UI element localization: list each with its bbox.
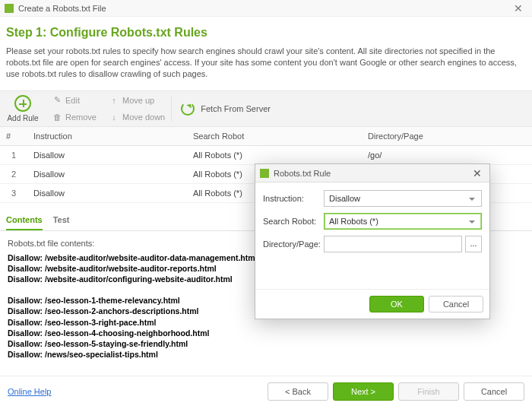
- search-robot-select[interactable]: All Robots (*): [324, 213, 482, 230]
- finish-button: Finish: [398, 382, 459, 401]
- dialog-titlebar: Robots.txt Rule ✕: [255, 164, 489, 182]
- fetch-from-server-button[interactable]: Fetch From Server: [172, 91, 280, 126]
- plus-icon: [14, 95, 31, 112]
- col-num[interactable]: #: [0, 127, 27, 146]
- dialog-title: Robots.txt Rule: [274, 169, 470, 178]
- step-header: Step 1: Configure Robots.txt Rules Pleas…: [0, 17, 532, 84]
- tab-contents[interactable]: Contents: [6, 211, 43, 230]
- instruction-select[interactable]: Disallow: [324, 190, 482, 207]
- directory-label: Directory/Page:: [263, 239, 324, 249]
- toolbar: Add Rule ✎Edit 🗑Remove ↑Move up ↓Move do…: [0, 90, 532, 127]
- footer: Online Help < Back Next > Finish Cancel: [0, 376, 532, 406]
- dialog-close-button[interactable]: ✕: [470, 167, 485, 179]
- move-down-button[interactable]: ↓Move down: [109, 109, 165, 125]
- move-up-button[interactable]: ↑Move up: [109, 92, 165, 109]
- step-heading: Step 1: Configure Robots.txt Rules: [6, 26, 526, 40]
- dialog-cancel-button[interactable]: Cancel: [429, 296, 483, 312]
- step-description: Please set your robots.txt rules to spec…: [6, 46, 526, 80]
- next-button[interactable]: Next >: [333, 382, 394, 401]
- edit-button[interactable]: ✎Edit: [52, 92, 97, 109]
- table-row[interactable]: 1 Disallow All Robots (*) /go/: [0, 145, 532, 164]
- dialog-ok-button[interactable]: OK: [369, 296, 424, 312]
- arrow-down-icon: ↓: [109, 113, 119, 122]
- col-robot[interactable]: Search Robot: [187, 127, 362, 146]
- tab-test[interactable]: Test: [53, 211, 70, 230]
- col-directory[interactable]: Directory/Page: [362, 127, 532, 146]
- online-help-link[interactable]: Online Help: [8, 387, 51, 396]
- rule-dialog: Robots.txt Rule ✕ Instruction: Disallow …: [255, 163, 490, 319]
- trash-icon: 🗑: [52, 113, 62, 122]
- add-rule-button[interactable]: Add Rule: [0, 91, 46, 126]
- cancel-button[interactable]: Cancel: [464, 382, 524, 401]
- pencil-icon: ✎: [52, 95, 62, 105]
- titlebar: Create a Robots.txt File ✕: [0, 0, 532, 17]
- arrow-up-icon: ↑: [109, 96, 119, 105]
- search-robot-label: Search Robot:: [263, 217, 324, 226]
- browse-button[interactable]: ...: [465, 236, 482, 252]
- refresh-icon: [181, 102, 195, 116]
- directory-input[interactable]: [324, 236, 462, 252]
- app-icon: [5, 4, 14, 13]
- col-instruction[interactable]: Instruction: [27, 127, 187, 146]
- add-rule-label: Add Rule: [7, 114, 38, 122]
- window-title: Create a Robots.txt File: [18, 4, 509, 13]
- remove-button[interactable]: 🗑Remove: [52, 109, 97, 125]
- close-window-button[interactable]: ✕: [509, 2, 527, 14]
- back-button[interactable]: < Back: [268, 382, 328, 401]
- app-icon: [260, 169, 269, 178]
- instruction-label: Instruction:: [263, 194, 324, 203]
